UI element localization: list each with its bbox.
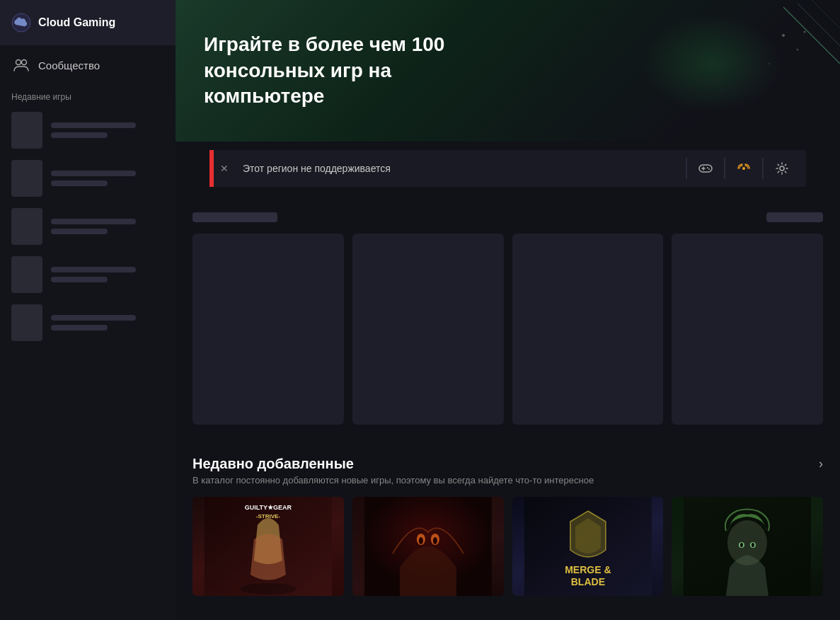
game-subtitle-skeleton — [51, 229, 108, 234]
alert-container: ✕ Этот регион не поддерживается — [176, 142, 840, 195]
svg-point-5 — [769, 63, 770, 64]
settings-button[interactable] — [766, 156, 798, 181]
section-action-skeleton — [766, 212, 823, 222]
game-card-skeleton[interactable] — [352, 234, 504, 425]
game-card-skeleton[interactable] — [512, 234, 664, 425]
recently-added-header: Недавно добавленные › — [192, 456, 823, 472]
game-thumbnail — [11, 304, 42, 341]
svg-point-1 — [16, 60, 21, 65]
svg-point-2 — [22, 60, 27, 65]
alert-divider-3 — [762, 158, 764, 179]
alert-close-icon[interactable]: ✕ — [220, 163, 229, 174]
alert-text: Этот регион не поддерживается — [237, 163, 674, 174]
game-title-skeleton — [51, 315, 136, 321]
recent-games-section-title: Недавние игры — [0, 85, 176, 106]
game-info — [51, 122, 136, 138]
svg-line-7 — [783, 7, 840, 64]
game-info — [51, 171, 136, 186]
gamepad-button[interactable] — [690, 156, 721, 181]
game-subtitle-skeleton — [51, 325, 108, 331]
main-content: Играйте в более чем 100 консольных игр н… — [176, 0, 840, 620]
cloud-gaming-icon — [11, 13, 31, 33]
game-info — [51, 219, 136, 234]
game-thumbnail — [11, 256, 42, 293]
svg-point-34 — [752, 543, 754, 547]
svg-point-4 — [797, 49, 799, 51]
green-hair-artwork — [672, 497, 823, 596]
hero-section: Играйте в более чем 100 консольных игр н… — [176, 0, 840, 142]
svg-point-25 — [433, 537, 437, 544]
sidebar-game-item[interactable] — [0, 106, 176, 154]
sidebar: Cloud Gaming Сообщество Недавние игры — [0, 0, 176, 620]
game-card-merge-blade[interactable]: MERGE & BLADE — [512, 497, 664, 596]
skeleton-games-section — [176, 195, 840, 425]
game-card-skeleton[interactable] — [192, 234, 344, 425]
game-cards-grid — [192, 234, 823, 425]
sidebar-game-item[interactable] — [0, 299, 176, 347]
community-icon — [11, 55, 31, 75]
sidebar-title: Cloud Gaming — [38, 16, 115, 29]
alert-actions — [683, 156, 798, 181]
sidebar-game-item[interactable] — [0, 251, 176, 299]
game-thumbnail — [11, 160, 42, 197]
game-title-skeleton — [51, 267, 136, 272]
dark-game-artwork — [352, 497, 504, 596]
svg-rect-10 — [699, 165, 712, 172]
game-info — [51, 267, 136, 282]
hero-title: Играйте в более чем 100 консольных игр н… — [204, 32, 473, 109]
svg-point-16 — [780, 166, 784, 171]
game-title-skeleton — [51, 171, 136, 176]
merge-blade-artwork: MERGE & BLADE — [512, 497, 664, 596]
svg-point-3 — [782, 34, 785, 37]
community-label: Сообщество — [38, 59, 100, 71]
game-info — [51, 315, 136, 331]
broadcast-icon — [737, 163, 751, 174]
game-subtitle-skeleton — [51, 132, 108, 138]
svg-point-24 — [419, 537, 423, 544]
svg-line-9 — [812, 0, 840, 28]
alert-divider — [686, 158, 687, 179]
broadcast-button[interactable] — [728, 156, 759, 181]
game-card-dark[interactable] — [352, 497, 504, 596]
game-card-guilty-gear[interactable]: GUILTY★GEAR -STRIVE- — [192, 497, 344, 596]
sidebar-header[interactable]: Cloud Gaming — [0, 0, 176, 45]
svg-text:MERGE &: MERGE & — [565, 564, 611, 575]
guilty-gear-artwork: GUILTY★GEAR -STRIVE- — [192, 497, 344, 596]
recently-cards-grid: GUILTY★GEAR -STRIVE- — [192, 497, 823, 596]
game-thumbnail — [11, 112, 42, 149]
svg-point-13 — [707, 167, 708, 168]
game-subtitle-skeleton — [51, 180, 108, 186]
sidebar-game-item[interactable] — [0, 154, 176, 202]
svg-text:-STRIVE-: -STRIVE- — [256, 513, 281, 519]
alert-left-border — [212, 150, 214, 187]
svg-point-18 — [240, 583, 297, 595]
game-subtitle-skeleton — [51, 277, 108, 282]
game-thumbnail — [11, 208, 42, 245]
recently-added-chevron[interactable]: › — [819, 457, 823, 471]
alert-divider-2 — [724, 158, 725, 179]
section-title-skeleton — [192, 212, 277, 222]
recently-added-subtitle: В каталог постоянно добавляются новые иг… — [192, 475, 823, 486]
alert-bar: ✕ Этот регион не поддерживается — [209, 150, 806, 187]
sidebar-game-item[interactable] — [0, 202, 176, 251]
recently-added-section: Недавно добавленные › В каталог постоянн… — [176, 439, 840, 596]
svg-text:GUILTY★GEAR: GUILTY★GEAR — [245, 504, 292, 511]
svg-text:BLADE: BLADE — [570, 576, 604, 587]
recently-added-title: Недавно добавленные — [192, 456, 354, 472]
sidebar-community-item[interactable]: Сообщество — [0, 45, 176, 85]
svg-line-8 — [798, 4, 840, 46]
game-title-skeleton — [51, 219, 136, 224]
gamepad-icon — [698, 163, 713, 174]
svg-point-33 — [740, 543, 743, 547]
game-title-skeleton — [51, 122, 136, 128]
svg-point-14 — [708, 168, 710, 170]
hero-decoration — [727, 21, 812, 109]
hero-lines-decoration — [698, 0, 840, 142]
game-card-skeleton[interactable] — [672, 234, 823, 425]
gear-icon — [776, 162, 788, 175]
section-header — [192, 212, 823, 222]
svg-point-6 — [804, 31, 806, 33]
game-card-green-hair[interactable] — [672, 497, 823, 596]
svg-point-15 — [742, 167, 745, 170]
